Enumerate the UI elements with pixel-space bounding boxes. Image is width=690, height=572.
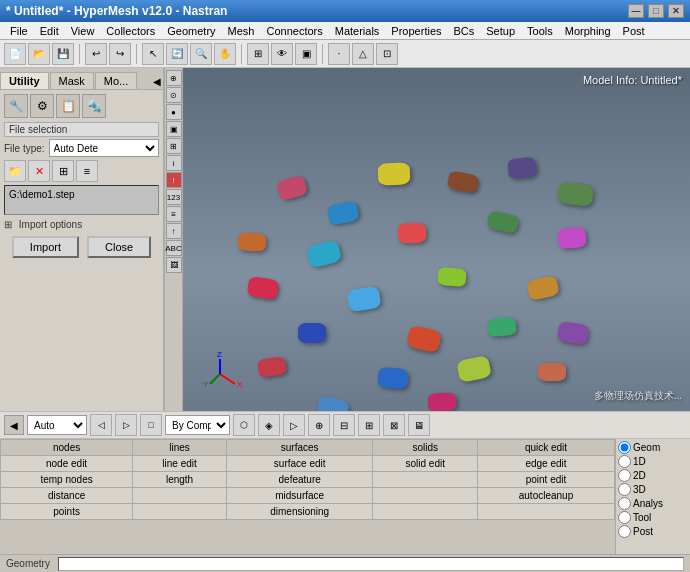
close-button[interactable]: Close (87, 236, 151, 258)
bt-icon-9[interactable]: ⊞ (358, 414, 380, 436)
cell-distance[interactable]: distance (1, 488, 133, 504)
radio-item-post[interactable]: Post (618, 525, 688, 538)
rotate-button[interactable]: 🔄 (166, 43, 188, 65)
cell-edge-edit[interactable]: edge edit (478, 456, 615, 472)
delete-file-button[interactable]: ✕ (28, 160, 50, 182)
col-solids[interactable]: solids (373, 440, 478, 456)
menu-item-mesh[interactable]: Mesh (222, 24, 261, 38)
menu-item-properties[interactable]: Properties (385, 24, 447, 38)
menu-item-post[interactable]: Post (617, 24, 651, 38)
cell-dimensioning[interactable]: dimensioning (226, 504, 373, 520)
view-button[interactable]: 👁 (271, 43, 293, 65)
close-button[interactable]: ✕ (668, 4, 684, 18)
menu-item-view[interactable]: View (65, 24, 101, 38)
radio-item-geom[interactable]: Geom (618, 441, 688, 454)
bt-arrow[interactable]: ◀ (4, 415, 24, 435)
menu-item-tools[interactable]: Tools (521, 24, 559, 38)
pan-button[interactable]: ✋ (214, 43, 236, 65)
col-quick-edit[interactable]: quick edit (478, 440, 615, 456)
fit-button[interactable]: ⊞ (247, 43, 269, 65)
bt-icon-8[interactable]: ⊟ (333, 414, 355, 436)
col-lines[interactable]: lines (133, 440, 227, 456)
bt-icon-1[interactable]: ◁ (90, 414, 112, 436)
v-icon-8[interactable]: 123 (166, 189, 182, 205)
cell-length[interactable]: length (133, 472, 227, 488)
list-view-button[interactable]: ≡ (76, 160, 98, 182)
bt-icon-4[interactable]: ⬡ (233, 414, 255, 436)
grid-view-button[interactable]: ⊞ (52, 160, 74, 182)
bt-icon-11[interactable]: 🖥 (408, 414, 430, 436)
zoom-button[interactable]: 🔍 (190, 43, 212, 65)
redo-button[interactable]: ↪ (109, 43, 131, 65)
status-input[interactable] (58, 557, 684, 571)
menu-item-setup[interactable]: Setup (480, 24, 521, 38)
undo-button[interactable]: ↩ (85, 43, 107, 65)
cell-temp-nodes[interactable]: temp nodes (1, 472, 133, 488)
col-surfaces[interactable]: surfaces (226, 440, 373, 456)
cell-surface-edit[interactable]: surface edit (226, 456, 373, 472)
v-icon-1[interactable]: ⊕ (166, 70, 182, 86)
import-button[interactable]: Import (12, 236, 79, 258)
bycomp-dropdown[interactable]: By Comp (165, 415, 230, 435)
menu-item-connectors[interactable]: Connectors (260, 24, 328, 38)
menu-item-bcs[interactable]: BCs (448, 24, 481, 38)
bt-icon-5[interactable]: ◈ (258, 414, 280, 436)
menu-item-materials[interactable]: Materials (329, 24, 386, 38)
bt-icon-7[interactable]: ⊕ (308, 414, 330, 436)
maximize-button[interactable]: □ (648, 4, 664, 18)
radio-item-2d[interactable]: 2D (618, 469, 688, 482)
import-options-toggle[interactable]: Import options (4, 219, 159, 230)
elem-button[interactable]: △ (352, 43, 374, 65)
menu-item-edit[interactable]: Edit (34, 24, 65, 38)
panel-arrow[interactable]: ◀ (151, 74, 163, 89)
open-button[interactable]: 📂 (28, 43, 50, 65)
node-button[interactable]: · (328, 43, 350, 65)
menu-item-geometry[interactable]: Geometry (161, 24, 221, 38)
v-icon-4[interactable]: ▣ (166, 121, 182, 137)
menu-item-morphing[interactable]: Morphing (559, 24, 617, 38)
select-button[interactable]: ↖ (142, 43, 164, 65)
v-icon-6[interactable]: i (166, 155, 182, 171)
cell-line-edit[interactable]: line edit (133, 456, 227, 472)
v-icon-12[interactable]: 🖼 (166, 257, 182, 273)
bt-icon-3[interactable]: □ (140, 414, 162, 436)
file-type-select[interactable]: Auto Dete (49, 139, 159, 157)
radio-item-1d[interactable]: 1D (618, 455, 688, 468)
auto-dropdown[interactable]: Auto (27, 415, 87, 435)
cell-solid-edit[interactable]: solid edit (373, 456, 478, 472)
v-icon-5[interactable]: ⊞ (166, 138, 182, 154)
v-icon-10[interactable]: ↑ (166, 223, 182, 239)
bt-icon-2[interactable]: ▷ (115, 414, 137, 436)
browse-folder-button[interactable]: 📁 (4, 160, 26, 182)
viewport[interactable]: Model Info: Untitled* X Y Z 多物理场仿真技术... (183, 68, 690, 411)
new-button[interactable]: 📄 (4, 43, 26, 65)
v-icon-9[interactable]: ≡ (166, 206, 182, 222)
panel-icon-3[interactable]: 📋 (56, 94, 80, 118)
v-icon-11[interactable]: ABC (166, 240, 182, 256)
v-icon-7[interactable]: ! (166, 172, 182, 188)
v-icon-2[interactable]: ⊙ (166, 87, 182, 103)
radio-item-3d[interactable]: 3D (618, 483, 688, 496)
col-nodes[interactable]: nodes (1, 440, 133, 456)
menu-item-file[interactable]: File (4, 24, 34, 38)
tab-mask[interactable]: Mask (50, 72, 94, 89)
save-button[interactable]: 💾 (52, 43, 74, 65)
menu-item-collectors[interactable]: Collectors (100, 24, 161, 38)
minimize-button[interactable]: — (628, 4, 644, 18)
panel-icon-4[interactable]: 🔩 (82, 94, 106, 118)
tab-mo[interactable]: Mo... (95, 72, 137, 89)
cell-midsurface[interactable]: midsurface (226, 488, 373, 504)
cell-points[interactable]: points (1, 504, 133, 520)
cell-point-edit[interactable]: point edit (478, 472, 615, 488)
bt-icon-10[interactable]: ⊠ (383, 414, 405, 436)
comp-button[interactable]: ⊡ (376, 43, 398, 65)
panel-icon-2[interactable]: ⚙ (30, 94, 54, 118)
shade-button[interactable]: ▣ (295, 43, 317, 65)
radio-item-analys[interactable]: Analys (618, 497, 688, 510)
radio-item-tool[interactable]: Tool (618, 511, 688, 524)
bt-icon-6[interactable]: ▷ (283, 414, 305, 436)
panel-icon-1[interactable]: 🔧 (4, 94, 28, 118)
cell-node-edit[interactable]: node edit (1, 456, 133, 472)
v-icon-3[interactable]: ● (166, 104, 182, 120)
cell-defeature[interactable]: defeature (226, 472, 373, 488)
